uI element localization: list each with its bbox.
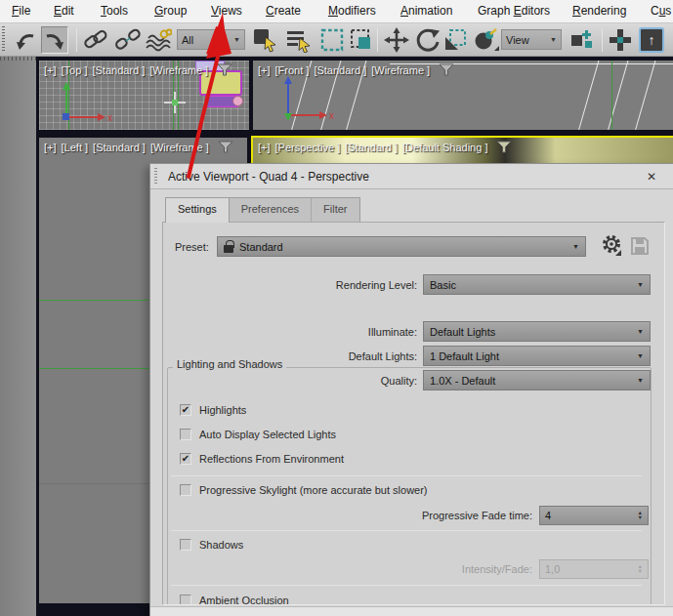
lighting-shadows-title: Lighting and Shadows <box>173 358 286 370</box>
default-lights-dropdown[interactable]: 1 Default Light ▼ <box>423 346 651 366</box>
axis-tripod: x <box>53 78 115 123</box>
tab-settings[interactable]: Settings <box>165 197 230 223</box>
viewport-shading-menu[interactable]: [Wireframe ] <box>150 142 209 153</box>
tab-filter[interactable]: Filter <box>312 197 359 222</box>
svg-text:x: x <box>107 112 112 123</box>
auto-display-selected-lights-checkbox[interactable] <box>180 429 191 440</box>
viewport-pov-menu[interactable]: [Perspective ] <box>275 142 341 153</box>
viewport-front[interactable]: x [+] [Front ] [Standard ] [Wireframe ] <box>253 61 673 130</box>
menu-create[interactable]: Create <box>266 4 301 18</box>
rectangular-selection-region-icon <box>320 28 344 52</box>
shadows-checkbox[interactable] <box>180 539 191 551</box>
per-view-filter-icon[interactable] <box>218 141 233 153</box>
keyboard-shortcut-override-button[interactable]: ↑ <box>639 27 664 53</box>
viewport-top[interactable]: x [+] [Top ] [Standard ] [Wireframe ] <box>39 61 249 130</box>
viewport-pov-menu[interactable]: [Front ] <box>275 64 310 76</box>
viewport-shading-menu[interactable]: [Wireframe ] <box>149 64 208 76</box>
viewport-shading-menu[interactable]: [Default Shading ] <box>402 142 487 153</box>
bind-to-space-warp-icon <box>145 28 172 52</box>
select-and-manipulate-button[interactable] <box>568 26 596 54</box>
menu-tools[interactable]: Tools <box>101 4 128 18</box>
per-view-filter-icon[interactable] <box>439 63 454 76</box>
illuminate-dropdown[interactable]: Default Lights ▼ <box>423 321 651 342</box>
axis-tripod: x <box>274 74 337 123</box>
close-button[interactable]: ✕ <box>644 169 659 185</box>
menu-file[interactable]: File <box>12 4 30 18</box>
tab-preferences[interactable]: Preferences <box>230 197 312 222</box>
intensity-fade-label: Intensity/Fade: <box>435 563 532 575</box>
redo-button[interactable] <box>41 26 68 54</box>
dialog-drag-handle[interactable] <box>154 168 157 185</box>
progressive-fade-time-spinner[interactable]: 4 ▲▼ <box>539 506 649 525</box>
viewport-renderer-menu[interactable]: [Standard ] <box>314 64 366 76</box>
viewport-renderer-menu[interactable]: [Standard ] <box>345 142 398 153</box>
select-and-link-button[interactable] <box>82 26 109 54</box>
viewport-renderer-menu[interactable]: [Standard ] <box>93 142 146 153</box>
highlights-checkbox[interactable]: ✔ <box>180 404 191 416</box>
select-object-button[interactable] <box>252 26 279 54</box>
illuminate-label: Illuminate: <box>300 326 417 338</box>
viewport-label: [+] [Top ] [Standard ] [Wireframe ] <box>44 63 232 76</box>
select-and-move-icon <box>384 27 409 53</box>
per-view-filter-icon[interactable] <box>217 63 232 76</box>
viewport-plus-menu[interactable]: [+] <box>258 142 271 153</box>
per-view-filter-icon[interactable] <box>496 141 512 153</box>
ambient-occlusion-checkbox[interactable] <box>180 595 191 605</box>
bind-to-space-warp-button[interactable] <box>145 26 172 54</box>
reflections-from-environment-checkbox[interactable]: ✔ <box>180 453 191 465</box>
sidebar-dock-handle <box>0 57 36 61</box>
progressive-skylight-row: Progressive Skylight (more accurate but … <box>180 484 428 496</box>
menu-group[interactable]: Group <box>154 4 187 18</box>
select-and-scale-button[interactable] <box>442 26 469 54</box>
rendering-level-dropdown[interactable]: Basic ▼ <box>423 274 651 295</box>
select-by-name-button[interactable] <box>285 26 313 54</box>
reference-coordinate-system-dropdown[interactable]: View ▼ <box>501 29 562 50</box>
viewport-shading-menu[interactable]: [Wireframe ] <box>371 64 430 76</box>
use-pivot-point-center-button[interactable] <box>473 26 500 54</box>
menu-bar: File Edit Tools Group Views Create Modif… <box>0 0 673 23</box>
chevron-down-icon: ▼ <box>550 36 557 43</box>
scene-object[interactable] <box>232 96 243 106</box>
progressive-skylight-checkbox[interactable] <box>180 484 191 496</box>
menu-edit[interactable]: Edit <box>54 4 74 18</box>
viewport-plus-menu[interactable]: [+] <box>44 64 57 76</box>
undo-icon <box>14 28 37 52</box>
lock-icon <box>224 245 233 253</box>
spinner-arrows-icon[interactable]: ▲▼ <box>638 511 643 520</box>
menu-animation[interactable]: Animation <box>400 4 452 18</box>
select-object-icon <box>252 27 279 53</box>
viewport-layout-sidebar[interactable] <box>0 57 36 616</box>
menu-graph-editors[interactable]: Graph Editors <box>478 4 550 18</box>
viewport-plus-menu[interactable]: [+] <box>44 142 57 153</box>
preset-options-button[interactable] <box>601 234 624 258</box>
gear-icon <box>602 234 623 258</box>
select-and-move-button[interactable] <box>383 26 410 54</box>
transform-gizmo[interactable] <box>164 92 186 113</box>
viewport-label: [+] [Perspective ] [Standard ] [Default … <box>258 141 512 153</box>
undo-button[interactable] <box>12 26 39 54</box>
preset-dropdown[interactable]: Standard ▼ <box>217 236 586 257</box>
quality-dropdown[interactable]: 1.0X - Default ▼ <box>423 370 651 390</box>
viewport-renderer-menu[interactable]: [Standard ] <box>92 64 145 76</box>
menu-modifiers[interactable]: Modifiers <box>328 4 376 18</box>
rectangular-selection-region-button[interactable] <box>318 26 346 54</box>
intensity-fade-spinner: 1,0 ▲▼ <box>539 559 649 579</box>
menu-views[interactable]: Views <box>211 4 242 18</box>
window-crossing-toggle-button[interactable] <box>348 26 375 54</box>
toolbar-drag-handle[interactable] <box>2 26 5 53</box>
select-and-rotate-button[interactable] <box>414 26 442 54</box>
viewport-pov-menu[interactable]: [Top ] <box>62 64 88 76</box>
dialog-header[interactable]: Active Viewport - Quad 4 - Perspective ✕ <box>150 164 673 189</box>
menu-customize[interactable]: Cus <box>651 4 671 18</box>
save-preset-button[interactable] <box>629 234 651 258</box>
selection-filter-dropdown[interactable]: All ▼ <box>177 29 245 50</box>
highlights-row: ✔ Highlights <box>180 404 246 416</box>
divider <box>171 530 642 531</box>
unlink-selection-button[interactable] <box>114 26 142 54</box>
snaps-toggle-button[interactable] <box>607 26 634 54</box>
menu-rendering[interactable]: Rendering <box>572 4 626 18</box>
chevron-down-icon: ▼ <box>637 281 644 288</box>
viewport-plus-menu[interactable]: [+] <box>258 64 271 76</box>
select-and-link-icon <box>83 28 108 52</box>
viewport-pov-menu[interactable]: [Left ] <box>62 142 89 153</box>
